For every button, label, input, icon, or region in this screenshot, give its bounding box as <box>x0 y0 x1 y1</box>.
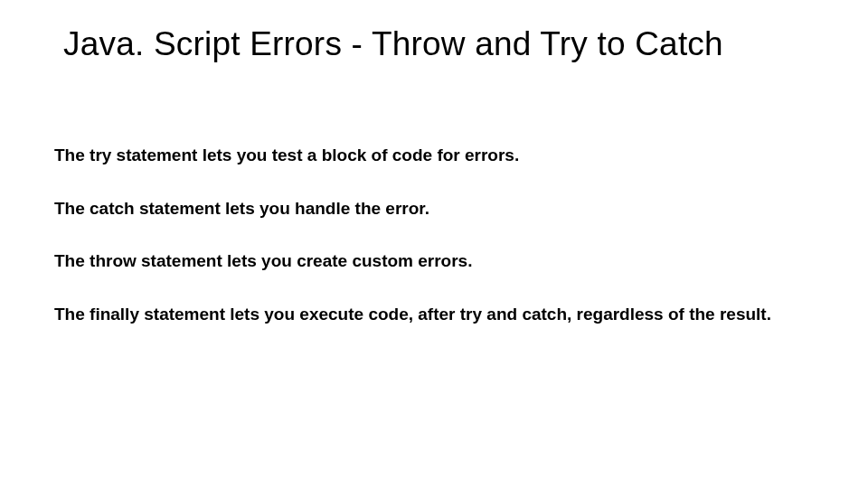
paragraph-finally: The finally statement lets you execute c… <box>54 304 814 326</box>
page-title: Java. Script Errors - Throw and Try to C… <box>63 25 814 63</box>
paragraph-throw: The throw statement lets you create cust… <box>54 250 814 273</box>
paragraph-catch: The catch statement lets you handle the … <box>54 198 814 221</box>
slide: Java. Script Errors - Throw and Try to C… <box>0 0 868 488</box>
paragraph-try: The try statement lets you test a block … <box>54 145 814 167</box>
